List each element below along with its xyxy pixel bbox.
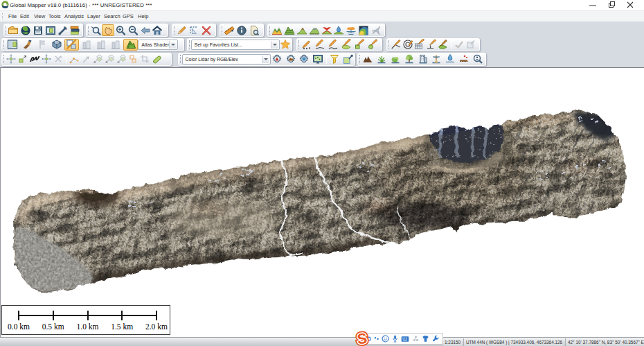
svg-text:S: S: [356, 331, 368, 346]
svg-text:3D: 3D: [55, 41, 60, 44]
